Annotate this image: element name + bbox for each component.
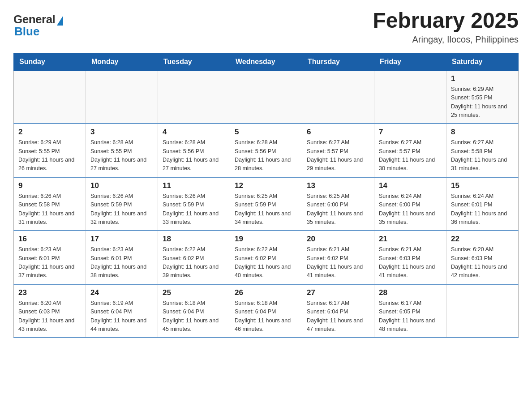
- calendar-cell: 6Sunrise: 6:27 AMSunset: 5:57 PMDaylight…: [302, 124, 374, 177]
- day-number: 7: [379, 128, 442, 137]
- day-number: 13: [307, 181, 369, 190]
- calendar-table: SundayMondayTuesdayWednesdayThursdayFrid…: [13, 53, 519, 338]
- day-header-thursday: Thursday: [302, 53, 374, 70]
- day-info: Sunrise: 6:29 AMSunset: 5:55 PMDaylight:…: [18, 138, 81, 173]
- day-header-tuesday: Tuesday: [158, 53, 230, 70]
- calendar-cell: 18Sunrise: 6:22 AMSunset: 6:02 PMDayligh…: [158, 231, 230, 284]
- day-number: 25: [163, 288, 225, 297]
- day-info: Sunrise: 6:25 AMSunset: 5:59 PMDaylight:…: [235, 192, 297, 227]
- calendar-cell: 8Sunrise: 6:27 AMSunset: 5:58 PMDaylight…: [446, 124, 519, 177]
- calendar-cell: [446, 284, 519, 338]
- calendar-cell: 16Sunrise: 6:23 AMSunset: 6:01 PMDayligh…: [14, 231, 86, 284]
- day-info: Sunrise: 6:17 AMSunset: 6:05 PMDaylight:…: [379, 299, 442, 334]
- calendar-cell: 27Sunrise: 6:17 AMSunset: 6:04 PMDayligh…: [302, 284, 374, 338]
- day-info: Sunrise: 6:25 AMSunset: 6:00 PMDaylight:…: [307, 192, 369, 227]
- day-info: Sunrise: 6:26 AMSunset: 5:59 PMDaylight:…: [163, 192, 225, 227]
- day-number: 6: [307, 128, 369, 137]
- calendar-cell: 12Sunrise: 6:25 AMSunset: 5:59 PMDayligh…: [230, 177, 302, 231]
- day-number: 18: [163, 235, 225, 244]
- calendar-cell: 10Sunrise: 6:26 AMSunset: 5:59 PMDayligh…: [86, 177, 158, 231]
- day-number: 24: [90, 288, 153, 297]
- day-header-wednesday: Wednesday: [230, 53, 302, 70]
- header-row: SundayMondayTuesdayWednesdayThursdayFrid…: [14, 53, 519, 70]
- day-info: Sunrise: 6:24 AMSunset: 6:01 PMDaylight:…: [451, 192, 514, 227]
- calendar-week-2: 2Sunrise: 6:29 AMSunset: 5:55 PMDaylight…: [14, 124, 519, 177]
- day-info: Sunrise: 6:20 AMSunset: 6:03 PMDaylight:…: [18, 299, 81, 334]
- day-info: Sunrise: 6:27 AMSunset: 5:58 PMDaylight:…: [451, 138, 514, 173]
- day-number: 10: [90, 181, 153, 190]
- day-header-sunday: Sunday: [14, 53, 86, 70]
- day-header-friday: Friday: [374, 53, 446, 70]
- calendar-week-5: 23Sunrise: 6:20 AMSunset: 6:03 PMDayligh…: [14, 284, 519, 338]
- calendar-cell: 15Sunrise: 6:24 AMSunset: 6:01 PMDayligh…: [446, 177, 519, 231]
- day-info: Sunrise: 6:26 AMSunset: 5:58 PMDaylight:…: [18, 192, 81, 227]
- day-info: Sunrise: 6:21 AMSunset: 6:03 PMDaylight:…: [379, 245, 442, 280]
- calendar-cell: [86, 70, 158, 124]
- calendar-cell: 19Sunrise: 6:22 AMSunset: 6:02 PMDayligh…: [230, 231, 302, 284]
- calendar-cell: 25Sunrise: 6:18 AMSunset: 6:04 PMDayligh…: [158, 284, 230, 338]
- calendar-cell: [230, 70, 302, 124]
- day-number: 19: [235, 235, 297, 244]
- day-number: 21: [379, 235, 442, 244]
- day-number: 4: [163, 128, 225, 137]
- calendar-cell: 13Sunrise: 6:25 AMSunset: 6:00 PMDayligh…: [302, 177, 374, 231]
- page-header: General Blue February 2025 Aringay, Iloc…: [13, 9, 519, 45]
- day-number: 17: [90, 235, 153, 244]
- day-info: Sunrise: 6:29 AMSunset: 5:55 PMDaylight:…: [451, 85, 514, 120]
- calendar-cell: 3Sunrise: 6:28 AMSunset: 5:55 PMDaylight…: [86, 124, 158, 177]
- day-info: Sunrise: 6:27 AMSunset: 5:57 PMDaylight:…: [379, 138, 442, 173]
- day-number: 1: [451, 74, 514, 83]
- day-number: 9: [18, 181, 81, 190]
- calendar-cell: 11Sunrise: 6:26 AMSunset: 5:59 PMDayligh…: [158, 177, 230, 231]
- day-info: Sunrise: 6:18 AMSunset: 6:04 PMDaylight:…: [235, 299, 297, 334]
- logo: General Blue: [13, 13, 63, 39]
- day-number: 28: [379, 288, 442, 297]
- logo-triangle-icon: [57, 16, 63, 26]
- day-header-monday: Monday: [86, 53, 158, 70]
- calendar-week-3: 9Sunrise: 6:26 AMSunset: 5:58 PMDaylight…: [14, 177, 519, 231]
- day-info: Sunrise: 6:23 AMSunset: 6:01 PMDaylight:…: [90, 245, 153, 280]
- day-number: 5: [235, 128, 297, 137]
- day-number: 27: [307, 288, 369, 297]
- day-info: Sunrise: 6:27 AMSunset: 5:57 PMDaylight:…: [307, 138, 369, 173]
- day-info: Sunrise: 6:21 AMSunset: 6:02 PMDaylight:…: [307, 245, 369, 280]
- calendar-cell: 7Sunrise: 6:27 AMSunset: 5:57 PMDaylight…: [374, 124, 446, 177]
- day-number: 20: [307, 235, 369, 244]
- calendar-cell: [158, 70, 230, 124]
- calendar-cell: 26Sunrise: 6:18 AMSunset: 6:04 PMDayligh…: [230, 284, 302, 338]
- title-block: February 2025 Aringay, Ilocos, Philippin…: [373, 9, 519, 45]
- day-info: Sunrise: 6:22 AMSunset: 6:02 PMDaylight:…: [235, 245, 297, 280]
- calendar-cell: 2Sunrise: 6:29 AMSunset: 5:55 PMDaylight…: [14, 124, 86, 177]
- day-info: Sunrise: 6:28 AMSunset: 5:56 PMDaylight:…: [235, 138, 297, 173]
- calendar-cell: 28Sunrise: 6:17 AMSunset: 6:05 PMDayligh…: [374, 284, 446, 338]
- day-number: 2: [18, 128, 81, 137]
- day-info: Sunrise: 6:22 AMSunset: 6:02 PMDaylight:…: [163, 245, 225, 280]
- day-info: Sunrise: 6:28 AMSunset: 5:56 PMDaylight:…: [163, 138, 225, 173]
- calendar-cell: 23Sunrise: 6:20 AMSunset: 6:03 PMDayligh…: [14, 284, 86, 338]
- day-number: 16: [18, 235, 81, 244]
- calendar-cell: 1Sunrise: 6:29 AMSunset: 5:55 PMDaylight…: [446, 70, 519, 124]
- day-number: 12: [235, 181, 297, 190]
- day-number: 26: [235, 288, 297, 297]
- calendar-cell: 9Sunrise: 6:26 AMSunset: 5:58 PMDaylight…: [14, 177, 86, 231]
- calendar-cell: 4Sunrise: 6:28 AMSunset: 5:56 PMDaylight…: [158, 124, 230, 177]
- day-header-saturday: Saturday: [446, 53, 519, 70]
- calendar-week-4: 16Sunrise: 6:23 AMSunset: 6:01 PMDayligh…: [14, 231, 519, 284]
- calendar-cell: 14Sunrise: 6:24 AMSunset: 6:00 PMDayligh…: [374, 177, 446, 231]
- day-info: Sunrise: 6:23 AMSunset: 6:01 PMDaylight:…: [18, 245, 81, 280]
- day-info: Sunrise: 6:17 AMSunset: 6:04 PMDaylight:…: [307, 299, 369, 334]
- day-info: Sunrise: 6:24 AMSunset: 6:00 PMDaylight:…: [379, 192, 442, 227]
- day-number: 11: [163, 181, 225, 190]
- calendar-cell: [14, 70, 86, 124]
- day-info: Sunrise: 6:18 AMSunset: 6:04 PMDaylight:…: [163, 299, 225, 334]
- day-info: Sunrise: 6:28 AMSunset: 5:55 PMDaylight:…: [90, 138, 153, 173]
- calendar-title: February 2025: [373, 9, 519, 33]
- calendar-week-1: 1Sunrise: 6:29 AMSunset: 5:55 PMDaylight…: [14, 70, 519, 124]
- day-number: 15: [451, 181, 514, 190]
- day-info: Sunrise: 6:26 AMSunset: 5:59 PMDaylight:…: [90, 192, 153, 227]
- day-number: 3: [90, 128, 153, 137]
- calendar-cell: 21Sunrise: 6:21 AMSunset: 6:03 PMDayligh…: [374, 231, 446, 284]
- calendar-cell: 20Sunrise: 6:21 AMSunset: 6:02 PMDayligh…: [302, 231, 374, 284]
- day-number: 23: [18, 288, 81, 297]
- day-info: Sunrise: 6:20 AMSunset: 6:03 PMDaylight:…: [451, 245, 514, 280]
